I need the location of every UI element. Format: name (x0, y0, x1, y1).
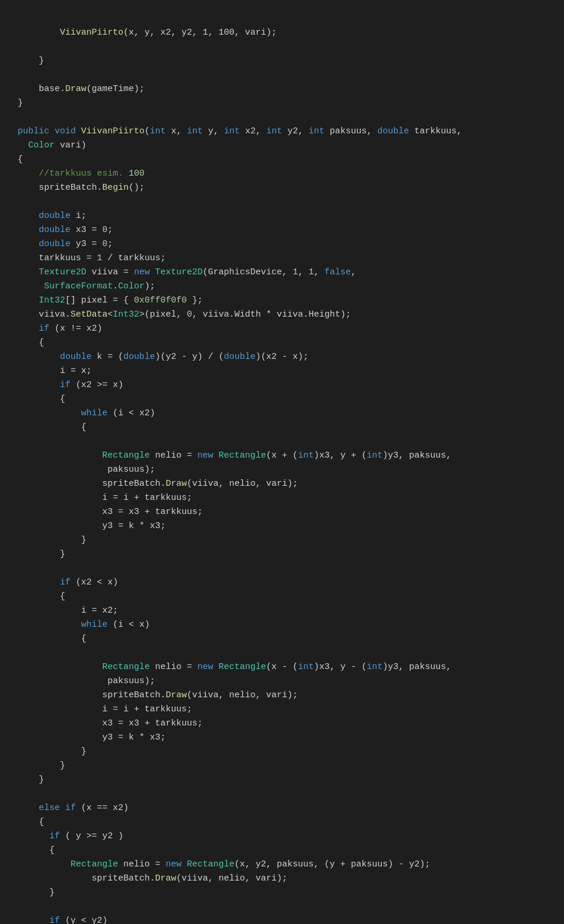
code-line-15: SurfaceFormat.Color); (18, 281, 155, 291)
code-line-28: spriteBatch.Draw(viiva, nelio, vari); (18, 479, 298, 489)
code-line-35: { (18, 592, 65, 602)
code-line-49: { (18, 817, 44, 827)
code-line-47: } (18, 775, 44, 785)
code-line-39: Rectangle (18, 662, 150, 672)
code-line-7: { (18, 154, 23, 164)
code-line-42: i = i + tarkkuus; (18, 704, 192, 714)
code-line-21: i = x; (18, 366, 92, 376)
code-line-13: tarkkuus = 1 / tarkkuus; (18, 253, 166, 263)
code-line-54: } (18, 888, 55, 898)
code-line-48: else if (18, 803, 76, 813)
code-line-8: //tarkkuus esim. 100 (18, 169, 145, 179)
code-line-37: while (18, 620, 108, 630)
code-line-50: if (18, 831, 60, 841)
code-line-31: y3 = k * x3; (18, 521, 166, 531)
code-line-23: { (18, 394, 65, 404)
code-line-6: Color vari) (18, 140, 86, 150)
code-line-30: x3 = x3 + tarkkuus; (18, 507, 203, 517)
code-line-16: Int32 (18, 295, 65, 305)
code-line-17: viiva.SetData<Int32>(pixel, 0, viiva.Wid… (18, 310, 351, 320)
code-line-11: double (18, 225, 70, 235)
code-line-2: } (18, 56, 44, 66)
code-line-4: } (18, 98, 23, 108)
code-line-44: y3 = k * x3; (18, 733, 166, 742)
code-line-46: } (18, 761, 65, 771)
code-line-24: while (18, 408, 108, 418)
code-line-25: { (18, 422, 86, 432)
code-line-14: Texture2D (18, 267, 86, 277)
code-line-38: { (18, 634, 86, 644)
code-line-22: if (18, 380, 70, 390)
code-line-29: i = i + tarkkuus; (18, 493, 192, 503)
code-line-43: x3 = x3 + tarkkuus; (18, 718, 203, 728)
code-line-20: double (18, 352, 92, 362)
code-line-41: spriteBatch.Draw(viiva, nelio, vari); (18, 690, 298, 700)
code-line-10: double (18, 211, 70, 221)
code-viewer: ViivanPiirto(x, y, x2, y2, 1, 100, vari)… (18, 12, 546, 924)
code-line-40: paksuus); (18, 676, 155, 686)
code-line-5: public (18, 126, 49, 136)
code-line-19: { (18, 338, 44, 348)
code-line-32: } (18, 535, 86, 545)
code-line-9: spriteBatch.Begin(); (18, 183, 145, 193)
code-line-18: if (18, 324, 49, 334)
code-line-34: if (18, 577, 70, 587)
code-line-12: double (18, 239, 70, 249)
code-line-53: spriteBatch.Draw(viiva, nelio, vari); (18, 873, 287, 883)
code-line-52: Rectangle (18, 859, 118, 869)
code-line-1: ViivanPiirto(x, y, x2, y2, 1, 100, vari)… (18, 28, 277, 38)
code-line-36: i = x2; (18, 606, 118, 616)
code-line-27: paksuus); (18, 465, 155, 475)
code-line-55: if (18, 916, 60, 924)
code-line-33: } (18, 549, 65, 559)
code-line-3: base.Draw(gameTime); (18, 84, 145, 94)
code-line-45: } (18, 747, 86, 757)
code-line-51: { (18, 845, 55, 855)
code-line-26: Rectangle (18, 451, 150, 461)
